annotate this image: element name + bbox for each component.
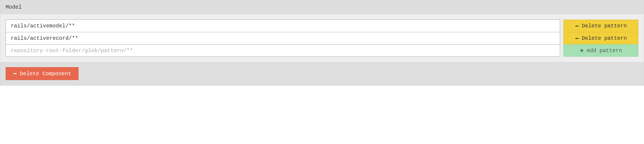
minus-icon xyxy=(575,24,579,28)
svg-rect-4 xyxy=(13,73,17,74)
add-pattern-label: Add pattern xyxy=(587,48,622,54)
minus-icon xyxy=(575,36,579,41)
new-pattern-row: Add pattern xyxy=(6,44,638,57)
component-panel: Model Delete pattern xyxy=(0,0,644,86)
minus-icon xyxy=(13,71,17,76)
pattern-rows: Delete pattern Delete pattern xyxy=(6,20,638,57)
panel-title: Model xyxy=(0,0,644,14)
panel-footer: Delete Component xyxy=(0,62,644,85)
svg-rect-1 xyxy=(575,38,579,39)
pattern-input-wrapper xyxy=(6,20,560,32)
delete-pattern-label: Delete pattern xyxy=(582,23,627,29)
delete-component-button[interactable]: Delete Component xyxy=(6,67,79,80)
panel-body: Delete pattern Delete pattern xyxy=(0,14,644,62)
add-pattern-button[interactable]: Add pattern xyxy=(563,44,638,57)
pattern-row: Delete pattern xyxy=(6,20,638,32)
pattern-input[interactable] xyxy=(6,20,560,32)
svg-rect-0 xyxy=(575,26,579,26)
delete-pattern-button[interactable]: Delete pattern xyxy=(563,20,638,32)
delete-pattern-label: Delete pattern xyxy=(582,35,627,41)
svg-rect-3 xyxy=(581,49,582,52)
delete-component-label: Delete Component xyxy=(20,71,71,77)
delete-pattern-button[interactable]: Delete pattern xyxy=(563,32,638,44)
new-pattern-input-wrapper xyxy=(6,44,560,57)
pattern-input-wrapper xyxy=(6,32,560,44)
new-pattern-input[interactable] xyxy=(6,44,560,57)
pattern-row: Delete pattern xyxy=(6,32,638,44)
plus-icon xyxy=(580,48,584,53)
pattern-input[interactable] xyxy=(6,32,560,44)
